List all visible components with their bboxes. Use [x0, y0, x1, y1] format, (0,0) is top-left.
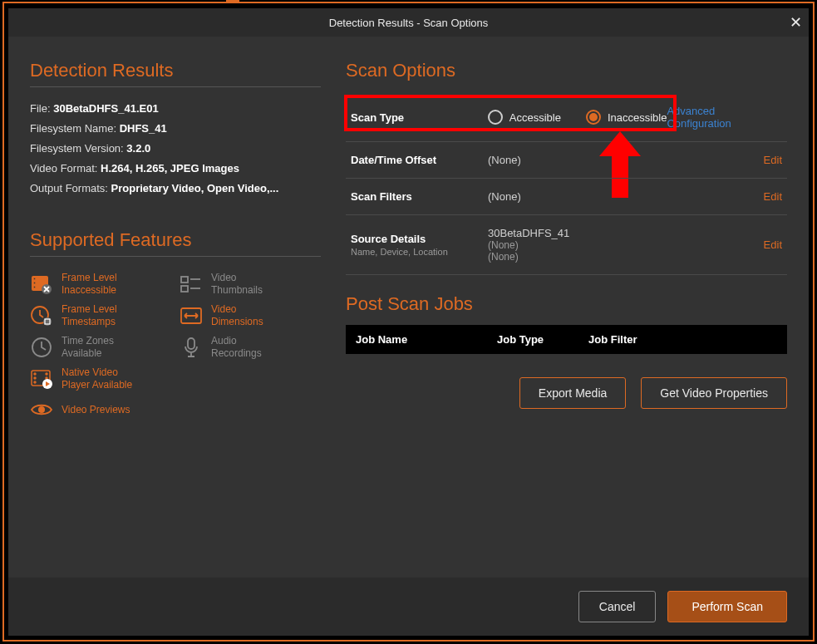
row-label: Source Details Name, Device, Location — [351, 233, 488, 257]
radio-circle-icon — [488, 110, 503, 125]
svg-rect-2 — [33, 282, 36, 284]
get-video-properties-button[interactable]: Get Video Properties — [641, 377, 787, 409]
right-column: Scan Options Scan Type Accessible Inacce… — [346, 60, 787, 578]
info-label: File: — [30, 102, 51, 115]
feature-time-zones: Time Zones Available — [30, 335, 171, 360]
film-x-icon — [30, 273, 53, 296]
info-label: Filesystem Version: — [30, 142, 124, 155]
perform-scan-button[interactable]: Perform Scan — [667, 591, 787, 622]
source-details-row: Source Details Name, Device, Location 30… — [346, 215, 787, 275]
feature-video-thumbnails: Video Thumbnails — [180, 272, 321, 297]
radio-circle-icon — [586, 110, 601, 125]
feature-label: Frame Level Timestamps — [62, 303, 117, 328]
jobs-table-header: Job Name Job Type Job Filter — [346, 325, 787, 354]
scan-type-label: Scan Type — [351, 111, 488, 124]
svg-point-16 — [34, 373, 36, 375]
col-job-filter: Job Filter — [588, 333, 777, 346]
svg-point-20 — [46, 377, 47, 379]
info-value: 3.2.0 — [126, 142, 150, 155]
advanced-configuration-link[interactable]: Advanced Configuration — [667, 105, 782, 130]
feature-label: Video Thumbnails — [211, 272, 263, 297]
close-icon[interactable]: ✕ — [790, 13, 802, 32]
decorative-top-tick — [226, 0, 239, 2]
jobs-buttons: Export Media Get Video Properties — [346, 377, 787, 409]
supported-features-heading: Supported Features — [30, 229, 321, 257]
row-value: 30BetaDHFS_41 (None) (None) — [488, 227, 764, 263]
info-value: DHFS_41 — [120, 122, 167, 135]
export-media-button[interactable]: Export Media — [519, 377, 626, 409]
info-row-file: File: 30BetaDHFS_41.E01 — [30, 102, 321, 115]
detection-results-heading: Detection Results — [30, 60, 321, 87]
info-label: Output Formats: — [30, 182, 108, 194]
col-job-name: Job Name — [356, 333, 497, 346]
dialog-footer: Cancel Perform Scan — [8, 578, 809, 636]
cancel-button[interactable]: Cancel — [578, 591, 657, 622]
scan-type-row: Scan Type Accessible Inaccessible Advanc… — [346, 91, 787, 142]
info-value: 30BetaDHFS_41.E01 — [53, 102, 158, 115]
col-job-type: Job Type — [497, 333, 588, 346]
feature-video-previews: Video Previews — [30, 398, 171, 421]
dimensions-icon — [180, 304, 203, 327]
feature-audio-recordings: Audio Recordings — [180, 335, 321, 360]
thumbnails-icon — [180, 273, 203, 296]
svg-point-23 — [38, 406, 45, 413]
info-label: Filesystem Name: — [30, 122, 116, 135]
feature-video-dimensions: Video Dimensions — [180, 303, 321, 328]
radio-accessible[interactable]: Accessible — [488, 110, 561, 125]
row-label: Date/Time Offset — [351, 154, 488, 166]
feature-label: Native Video Player Available — [62, 366, 132, 391]
svg-point-19 — [46, 373, 47, 375]
row-value: (None) — [488, 190, 764, 203]
feature-label: Video Dimensions — [211, 303, 263, 328]
info-row-oformat: Output Formats: Proprietary Video, Open … — [30, 182, 321, 194]
svg-rect-5 — [181, 277, 188, 283]
dialog-window: Detection Results - Scan Options ✕ Detec… — [8, 8, 809, 636]
edit-link[interactable]: Edit — [764, 190, 782, 203]
svg-point-17 — [34, 377, 36, 379]
post-scan-jobs-heading: Post Scan Jobs — [346, 293, 787, 320]
radio-label: Accessible — [509, 111, 561, 124]
feature-label: Video Previews — [62, 404, 130, 416]
feature-frame-level-inaccessible: Frame Level Inaccessible — [30, 272, 171, 297]
svg-rect-7 — [181, 286, 188, 292]
left-column: Detection Results File: 30BetaDHFS_41.E0… — [30, 60, 321, 578]
scan-filters-row: Scan Filters (None) Edit — [346, 179, 787, 215]
dialog-body: Detection Results File: 30BetaDHFS_41.E0… — [8, 37, 809, 578]
microphone-icon — [180, 336, 203, 359]
feature-label: Frame Level Inaccessible — [62, 272, 117, 297]
clock-badge-icon — [30, 304, 53, 327]
info-row-vformat: Video Format: H.264, H.265, JPEG Images — [30, 162, 321, 175]
features-grid: Frame Level Inaccessible Video Thumbnail… — [30, 272, 321, 421]
info-value: Proprietary Video, Open Video,... — [111, 182, 279, 194]
edit-link[interactable]: Edit — [764, 238, 782, 251]
feature-frame-level-timestamps: Frame Level Timestamps — [30, 303, 171, 328]
feature-label: Time Zones Available — [62, 335, 114, 360]
info-row-fsname: Filesystem Name: DHFS_41 — [30, 122, 321, 135]
radio-inaccessible[interactable]: Inaccessible — [586, 110, 667, 125]
detection-info: File: 30BetaDHFS_41.E01 Filesystem Name:… — [30, 102, 321, 194]
film-play-icon — [30, 367, 53, 391]
titlebar: Detection Results - Scan Options ✕ — [8, 8, 809, 37]
feature-native-video-player: Native Video Player Available — [30, 366, 171, 391]
svg-rect-14 — [188, 338, 194, 349]
window-title: Detection Results - Scan Options — [329, 17, 488, 29]
radio-label: Inaccessible — [608, 111, 667, 124]
eye-icon — [30, 398, 53, 421]
edit-link[interactable]: Edit — [764, 154, 782, 166]
datetime-offset-row: Date/Time Offset (None) Edit — [346, 142, 787, 179]
svg-point-18 — [34, 381, 36, 383]
row-value: (None) — [488, 154, 764, 166]
svg-rect-1 — [33, 278, 36, 280]
info-row-fsver: Filesystem Version: 3.2.0 — [30, 142, 321, 155]
info-label: Video Format: — [30, 162, 97, 175]
scan-type-radio-group: Accessible Inaccessible — [488, 110, 667, 125]
feature-label: Audio Recordings — [211, 335, 262, 360]
info-value: H.264, H.265, JPEG Images — [101, 162, 239, 175]
clock-icon — [30, 336, 53, 359]
scan-options-heading: Scan Options — [346, 60, 787, 86]
svg-rect-3 — [33, 286, 36, 288]
row-label: Scan Filters — [351, 190, 488, 203]
